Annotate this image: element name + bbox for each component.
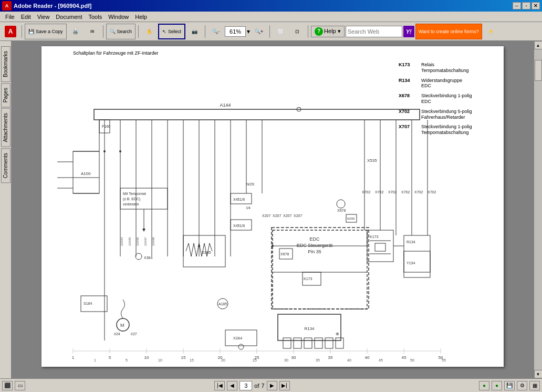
svg-text:25: 25 [253, 358, 257, 362]
menu-help[interactable]: Help [132, 13, 150, 20]
title-bar-left: A Adobe Reader - [960904.pdf] [2, 1, 92, 11]
sidebar-tab-attachments[interactable]: Attachments [1, 108, 11, 147]
menu-tools[interactable]: Tools [86, 13, 106, 20]
svg-text:X451/8: X451/8 [233, 224, 245, 228]
zoom-input[interactable]: 61% [225, 26, 246, 37]
yahoo-button[interactable]: Y! [403, 26, 414, 37]
menu-document[interactable]: Document [53, 13, 85, 20]
statusbar-extra-icon[interactable]: ▦ [529, 381, 540, 390]
legend-item-x678: X678 Steckverbindung 1-poligEDC [399, 93, 498, 105]
minimize-button[interactable]: ─ [513, 2, 521, 9]
fit-page-button[interactable]: ⬜ [273, 24, 288, 39]
scroll-down-button[interactable]: ▼ [534, 370, 543, 378]
hand-tool-button[interactable]: ✋ [141, 24, 157, 39]
svg-point-55 [136, 253, 142, 260]
svg-text:40: 40 [365, 355, 370, 360]
last-page-button[interactable]: ▶| [279, 381, 290, 390]
create-forms-button[interactable]: Want to create online forms? [415, 24, 482, 39]
svg-text:X2A4: X2A4 [233, 336, 242, 340]
zoom-in-button[interactable]: 🔍+ [251, 24, 267, 39]
status-icon-green1[interactable]: ● [479, 381, 489, 390]
svg-point-119 [337, 200, 345, 208]
svg-text:15: 15 [181, 355, 186, 360]
svg-text:R134: R134 [407, 240, 415, 244]
svg-text:verbinden: verbinden [123, 202, 139, 206]
statusbar-right: ● ● 💾 ⚙ ▦ [479, 381, 540, 390]
svg-text:5: 5 [126, 358, 128, 362]
svg-text:A185: A185 [218, 302, 227, 306]
svg-text:X702: X702 [428, 190, 436, 194]
menu-view[interactable]: View [34, 13, 53, 20]
legend-code-x707: X707 [399, 124, 417, 136]
help-label: Help ▾ [324, 28, 341, 35]
print-button[interactable]: 🖨️ [68, 24, 84, 39]
svg-rect-123 [375, 243, 385, 251]
close-button[interactable]: ✕ [531, 2, 540, 9]
prev-page-button[interactable]: ◀ [227, 381, 237, 390]
total-pages: 7 [262, 383, 265, 389]
statusbar-icon-2[interactable]: ▭ [15, 381, 25, 390]
hand-icon: ✋ [147, 29, 152, 34]
left-sidebar: Bookmarks Pages Attachments Comments [0, 41, 12, 378]
fit-page-icon: ⬜ [278, 29, 284, 34]
page-of-label: of [254, 383, 259, 389]
svg-text:10045: 10045 [128, 237, 131, 246]
menu-bar: File Edit View Document Tools Window Hel… [0, 12, 542, 22]
svg-text:(z.B. EDC): (z.B. EDC) [123, 197, 140, 201]
next-page-button[interactable]: ▶ [267, 381, 277, 390]
actual-size-button[interactable]: ⊡ [289, 24, 305, 39]
svg-point-109 [119, 150, 121, 152]
svg-text:35: 35 [316, 358, 320, 362]
lightning-button[interactable]: ⚡ [483, 24, 499, 39]
svg-text:X702: X702 [375, 190, 383, 194]
menu-file[interactable]: File [2, 13, 18, 20]
svg-text:10046: 10046 [136, 237, 139, 246]
sidebar-tab-pages[interactable]: Pages [1, 83, 11, 107]
svg-text:10: 10 [144, 355, 149, 360]
adobe-logo-button[interactable]: A [2, 24, 19, 39]
page-number-input[interactable] [239, 381, 252, 390]
menu-edit[interactable]: Edit [18, 13, 34, 20]
content-area: Schaltplan für Fahrzeuge mit ZF-Intarder [12, 41, 534, 378]
search-web-input[interactable] [348, 28, 400, 35]
search-button[interactable]: 🔍 Search [106, 24, 136, 39]
email-button[interactable]: ✉ [85, 24, 100, 39]
scroll-up-button[interactable]: ▲ [534, 41, 543, 49]
save-copy-button[interactable]: 💾 Save a Copy [25, 24, 67, 39]
status-icon-green2[interactable]: ● [492, 381, 502, 390]
separator-5 [269, 25, 270, 38]
scroll-thumb[interactable] [535, 60, 542, 81]
statusbar-settings-icon[interactable]: ⚙ [517, 381, 527, 390]
first-page-button[interactable]: |◀ [214, 381, 225, 390]
svg-rect-81 [336, 338, 343, 348]
svg-rect-78 [304, 338, 312, 348]
search-label: Search [117, 29, 132, 34]
svg-text:10044: 10044 [120, 237, 123, 246]
legend-code-k173: K173 [399, 62, 417, 74]
legend-desc-r134: WiderstandsgruppeEDC [421, 78, 462, 89]
svg-rect-79 [315, 338, 322, 348]
select-button[interactable]: ↖ Select [158, 24, 185, 39]
svg-text:15: 15 [190, 358, 194, 362]
svg-text:10: 10 [158, 358, 162, 362]
title-bar: A Adobe Reader - [960904.pdf] ─ ▫ ✕ [0, 0, 542, 12]
zoom-out-button[interactable]: 🔍- [208, 24, 224, 39]
svg-point-108 [103, 150, 106, 152]
sidebar-tab-bookmarks[interactable]: Bookmarks [1, 46, 11, 82]
scroll-track[interactable] [534, 49, 543, 370]
svg-text:10047: 10047 [144, 237, 147, 246]
statusbar-left: ⬛ ▭ [2, 381, 25, 390]
snapshot-button[interactable]: 📷 [186, 24, 202, 39]
actual-size-icon: ⊡ [295, 29, 299, 34]
statusbar-save-icon[interactable]: 💾 [504, 381, 515, 390]
help-button[interactable]: ? Help ▾ [311, 26, 345, 37]
restore-button[interactable]: ▫ [522, 2, 530, 9]
svg-text:45: 45 [402, 355, 407, 360]
separator-2 [103, 25, 103, 38]
zoom-dropdown-arrow[interactable]: ▾ [247, 28, 250, 35]
menu-window[interactable]: Window [105, 13, 132, 20]
main-area: Bookmarks Pages Attachments Comments Sch… [0, 41, 542, 378]
statusbar-icon-1[interactable]: ⬛ [2, 381, 13, 390]
svg-text:M: M [120, 323, 124, 328]
sidebar-tab-comments[interactable]: Comments [1, 148, 11, 183]
